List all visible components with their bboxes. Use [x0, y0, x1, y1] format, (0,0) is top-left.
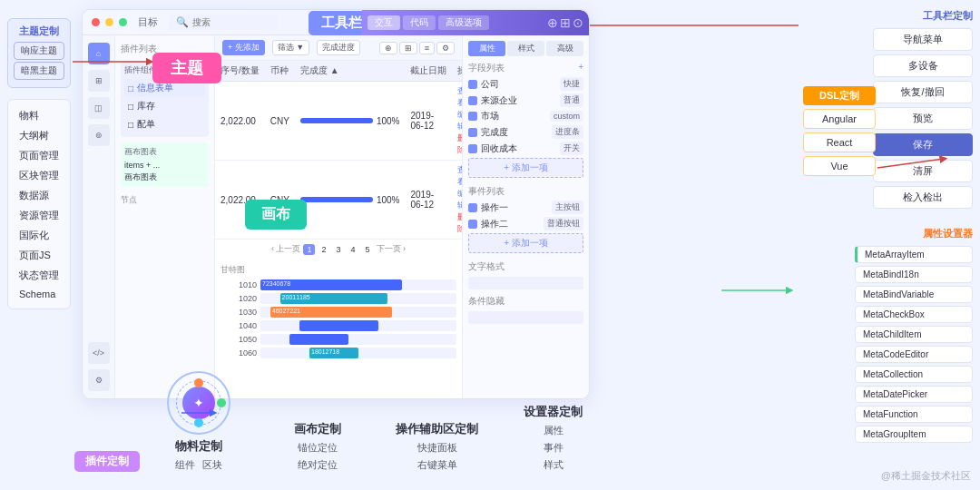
- rpanel-add-event-btn[interactable]: + 添加一项: [468, 233, 583, 253]
- prev-page[interactable]: ‹ 上一页: [271, 243, 301, 255]
- rpanel-field-row-2: 来源企业 普通: [468, 93, 583, 107]
- gantt-label-5: 1050: [220, 335, 257, 344]
- filter-btn[interactable]: 筛选 ▼: [272, 40, 309, 55]
- rpanel-event-row-1: 操作一 主按钮: [468, 201, 583, 214]
- cell-date-2: 2019-06-12: [405, 161, 452, 240]
- view-link-1[interactable]: 查看: [457, 86, 462, 107]
- export-btn[interactable]: 完成进度: [317, 40, 360, 55]
- nav-icon-layers[interactable]: ◫: [88, 97, 110, 119]
- widget-item-state[interactable]: 状态管理: [14, 266, 64, 285]
- grid-icon[interactable]: ⊞: [560, 15, 571, 30]
- rpanel-add-field-btn[interactable]: + 添加一项: [468, 158, 583, 178]
- material-sub-2: 区块: [202, 458, 222, 472]
- rpanel-tab-attr[interactable]: 属性: [468, 41, 505, 56]
- page-3[interactable]: 3: [332, 244, 344, 255]
- widget-item-schema[interactable]: Schema: [14, 286, 64, 302]
- nav-icon-components[interactable]: ⊞: [88, 70, 110, 92]
- sidebar-chart-item2[interactable]: 画布图表: [124, 172, 205, 183]
- settings-icon[interactable]: ⊙: [573, 15, 583, 30]
- widget-item-resource[interactable]: 资源管理: [14, 206, 64, 225]
- rpanel-custom-title: 条件隐藏: [468, 295, 583, 308]
- theme-btn-light[interactable]: 响应主题: [14, 42, 64, 60]
- view-link-2[interactable]: 查看: [457, 165, 462, 186]
- toolbar-custom-title: 工具栏定制: [873, 9, 973, 23]
- list-view-btn[interactable]: ≡: [419, 42, 435, 54]
- dsl-title: DSL定制: [803, 86, 876, 105]
- theme-btn-dark[interactable]: 暗黑主题: [14, 62, 64, 80]
- dsl-item-react: React: [803, 132, 876, 152]
- widget-item-outline[interactable]: 大纲树: [14, 126, 64, 145]
- atom-inner-circle: ✦: [182, 387, 215, 419]
- widget-item-page-mgmt[interactable]: 页面管理: [14, 146, 64, 165]
- toolbar-tab-advanced[interactable]: 高级选项: [438, 15, 489, 30]
- delete-link-1[interactable]: 删除: [457, 133, 462, 154]
- widget-item-datasource[interactable]: 数据源: [14, 186, 64, 205]
- toolbar-tab-active[interactable]: 交互: [368, 15, 400, 30]
- sidebar-item-stock-icon: □: [128, 102, 133, 112]
- left-sidebar: 主题定制 响应主题 暗黑主题 物料 大纲树 页面管理 区块管理 数据源 资源管理…: [7, 18, 71, 309]
- toolbar-tab-code[interactable]: 代码: [403, 15, 436, 30]
- rpanel-event-checkbox-1[interactable]: [468, 203, 477, 212]
- new-task-btn[interactable]: + 先添加: [222, 40, 265, 55]
- rpanel-fields-add[interactable]: +: [578, 62, 583, 74]
- win-dot-green: [119, 18, 127, 26]
- align-btn[interactable]: ⊕: [379, 42, 397, 54]
- preview-icon[interactable]: ⊕: [547, 15, 558, 30]
- widget-item-pagejs[interactable]: 页面JS: [14, 246, 64, 265]
- widget-section: 物料 大纲树 页面管理 区块管理 数据源 资源管理 国际化 页面JS 状态管理 …: [7, 99, 71, 309]
- nav-icon-home[interactable]: ⌂: [88, 43, 110, 64]
- edit-link-2[interactable]: 编辑: [457, 189, 462, 210]
- rpanel-tab-style[interactable]: 样式: [507, 41, 544, 56]
- th-actions: 操作: [452, 61, 462, 82]
- gantt-bar-label-3: 46027221: [272, 308, 300, 314]
- rpanel-event-checkbox-2[interactable]: [468, 220, 477, 229]
- nav-icon-data[interactable]: ⊚: [88, 124, 110, 146]
- canvas-custom-block: 画布定制 锚位定位 绝对定位: [294, 421, 341, 472]
- table-header-row: 序号/数量 币种 完成度 ▲ 截止日期 操作: [215, 61, 462, 82]
- widget-item-block-mgmt[interactable]: 区块管理: [14, 166, 64, 185]
- rpanel-event-type-2: 普通按钮: [544, 217, 583, 230]
- cell-progress-1: 100%: [295, 82, 406, 161]
- next-page[interactable]: 下一页 ›: [377, 243, 407, 255]
- rpanel-field-checkbox-1[interactable]: [468, 80, 477, 89]
- page-2[interactable]: 2: [318, 244, 329, 255]
- rpanel-text-input[interactable]: [468, 277, 583, 289]
- widget-item-i18n[interactable]: 国际化: [14, 226, 64, 245]
- sidebar-item-order[interactable]: □ 配单: [124, 115, 205, 133]
- rpanel-tab-advanced[interactable]: 高级: [546, 41, 583, 56]
- gantt-bar-fill-4: [299, 320, 377, 331]
- operation-assist-block: 操作辅助区定制 快捷面板 右键菜单: [396, 421, 478, 472]
- cell-actions-1: 查看 编辑 删除: [452, 82, 462, 161]
- rpanel-field-label-4: 完成度: [481, 126, 548, 139]
- win-dot-yellow: [105, 18, 113, 26]
- rpanel-field-checkbox-5[interactable]: [468, 144, 477, 153]
- page-1[interactable]: 1: [303, 244, 315, 255]
- rpanel-field-row-3: 市场 custom: [468, 110, 583, 122]
- pagination: ‹ 上一页 1 2 3 4 5 下一页 ›: [215, 240, 462, 259]
- th-date: 截止日期: [405, 61, 452, 82]
- more-btn[interactable]: ⚙: [436, 42, 455, 54]
- rpanel-field-checkbox-4[interactable]: [468, 128, 477, 137]
- edit-link-1[interactable]: 编辑: [457, 110, 462, 131]
- theme-main-label: 主题: [152, 53, 221, 83]
- widget-item-material[interactable]: 物料: [14, 106, 64, 125]
- rpanel-event-row-2: 操作二 普通按钮: [468, 217, 583, 230]
- sidebar-item-stock[interactable]: □ 库存: [124, 97, 205, 115]
- toolbar-item-preview: 预览: [873, 107, 973, 130]
- right-panel: 属性 样式 高级 字段列表 + 公司 快捷 来源企业 普通: [462, 35, 589, 398]
- dsl-section: DSL定制 Angular React Vue: [803, 86, 876, 180]
- delete-link-2[interactable]: 删除: [457, 212, 462, 233]
- sidebar-chart-item1[interactable]: items + ...: [124, 161, 205, 170]
- rpanel-field-checkbox-3[interactable]: [468, 112, 477, 121]
- canvas-sub-2: 绝对定位: [298, 458, 338, 472]
- toolbar-item-save[interactable]: 保存: [873, 133, 973, 156]
- page-4[interactable]: 4: [348, 244, 359, 255]
- nav-icon-code[interactable]: </>: [88, 342, 110, 364]
- grid-view-btn[interactable]: ⊞: [399, 42, 417, 54]
- rpanel-text-title: 文字格式: [468, 260, 583, 273]
- rpanel-field-checkbox-2[interactable]: [468, 96, 477, 105]
- rpanel-custom-input[interactable]: [468, 311, 583, 324]
- page-5[interactable]: 5: [362, 244, 374, 255]
- search-input[interactable]: [192, 17, 265, 27]
- setter-custom-block: 设置器定制 属性 事件 样式: [524, 404, 583, 472]
